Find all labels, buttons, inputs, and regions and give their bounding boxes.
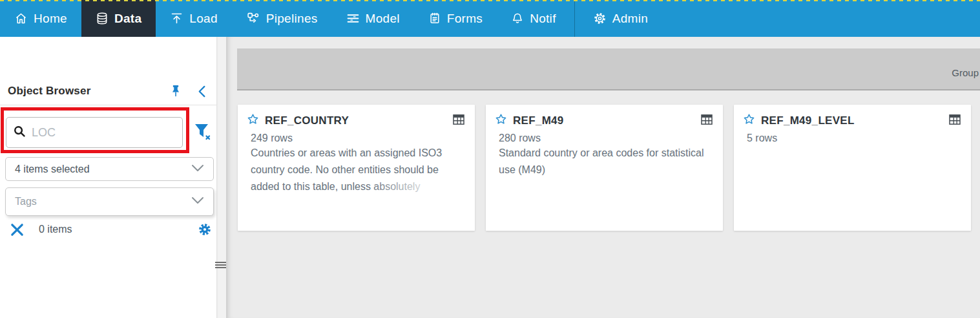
nav-data[interactable]: Data (81, 0, 156, 37)
card-row-count: 5 rows (747, 132, 961, 144)
nav-notif[interactable]: Notif (497, 0, 570, 37)
forms-icon (428, 12, 441, 25)
tags-dropdown[interactable]: Tags (5, 187, 214, 216)
card-description: Countries or areas with an assigned ISO3… (251, 145, 464, 195)
table-icon[interactable] (453, 114, 464, 127)
bell-icon (511, 12, 524, 25)
home-icon (14, 12, 28, 25)
nav-label: Admin (612, 12, 648, 26)
card-ref-m49-level[interactable]: REF_M49_LEVEL 5 rows (734, 105, 971, 231)
group-label: Group (952, 67, 979, 78)
table-icon[interactable] (701, 114, 713, 127)
nav-label: Load (189, 12, 217, 26)
card-title: REF_M49 (513, 114, 695, 127)
table-icon[interactable] (949, 114, 961, 127)
nav-admin[interactable]: Admin (579, 0, 662, 37)
tags-dropdown-placeholder: Tags (15, 196, 191, 207)
nav-label: Notif (530, 12, 556, 26)
items-count-label: 0 items (39, 224, 72, 235)
nav-load[interactable]: Load (156, 0, 231, 37)
top-dashed-line (0, 0, 980, 1)
card-ref-country[interactable]: REF_COUNTRY 249 rows Countries or areas … (238, 105, 475, 231)
items-status-row: 0 items (0, 222, 217, 238)
nav-model[interactable]: Model (332, 0, 414, 37)
card-title: REF_M49_LEVEL (761, 114, 943, 127)
gear-icon (593, 12, 607, 25)
chevron-left-icon[interactable] (196, 85, 209, 101)
nav-label: Forms (447, 12, 483, 26)
chevron-down-icon (191, 164, 204, 175)
pipelines-icon (246, 12, 260, 25)
panel-divider (0, 105, 217, 105)
pin-icon[interactable] (169, 83, 183, 102)
nav-pipelines[interactable]: Pipelines (232, 0, 332, 37)
content-area: Group REF_COUNTRY 249 rows Countries or … (226, 37, 980, 318)
card-row-count: 249 rows (251, 132, 464, 144)
nav-label: Data (114, 12, 141, 26)
panel-title: Object Browser (8, 85, 90, 98)
upload-icon (170, 12, 183, 25)
panel-resizer-gutter[interactable] (218, 37, 226, 318)
model-icon (346, 12, 360, 25)
database-icon (96, 12, 109, 25)
filter-clear-icon[interactable] (193, 122, 211, 143)
search-input[interactable] (32, 126, 182, 140)
settings-gear-icon[interactable] (198, 222, 212, 239)
card-ref-m49[interactable]: REF_M49 280 rows Standard country or are… (486, 105, 723, 231)
selection-dropdown-value: 4 items selected (15, 164, 191, 175)
star-icon[interactable] (495, 113, 507, 128)
nav-label: Pipelines (266, 12, 318, 26)
group-toolbar[interactable]: Group (237, 48, 980, 90)
selection-dropdown[interactable]: 4 items selected (5, 157, 214, 181)
nav-divider (574, 0, 575, 37)
star-icon[interactable] (247, 113, 259, 128)
chevron-down-icon (191, 196, 204, 207)
nav-label: Home (34, 12, 67, 26)
nav-home[interactable]: Home (0, 0, 81, 37)
nav-label: Model (366, 12, 400, 26)
star-icon[interactable] (743, 113, 755, 128)
nav-forms[interactable]: Forms (414, 0, 497, 37)
card-row-count: 280 rows (499, 132, 713, 144)
card-description: Standard country or area codes for stati… (499, 145, 713, 178)
search-icon (13, 125, 26, 141)
top-navigation: Home Data Load Pipelines Model Forms (0, 0, 980, 37)
object-cards-row: REF_COUNTRY 249 rows Countries or areas … (238, 105, 971, 231)
card-title: REF_COUNTRY (265, 114, 447, 127)
search-box[interactable] (6, 117, 183, 148)
clear-selection-icon[interactable] (10, 222, 25, 240)
object-browser-panel: Object Browser 4 items selected Tags 0 i… (0, 37, 217, 318)
